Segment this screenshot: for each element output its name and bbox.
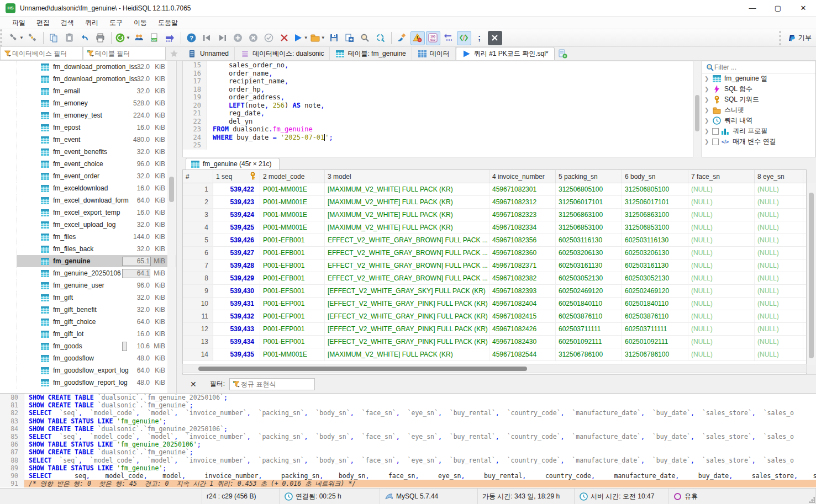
favorites-star-icon[interactable] bbox=[166, 47, 182, 60]
grid-row[interactable]: 13539,434P001-EFP001[EFFECT_V2_WHITE_GRA… bbox=[183, 336, 806, 348]
print-button[interactable] bbox=[93, 31, 108, 45]
grid-cell[interactable]: 602501840110 bbox=[556, 298, 622, 310]
grid-cell[interactable]: 602503116130 bbox=[556, 234, 622, 246]
tree-item-bar-chart[interactable]: ❯쿼리 프로필 bbox=[702, 126, 815, 136]
minimize-button[interactable]: — bbox=[740, 0, 765, 17]
semicolon-delimiter-button[interactable]: ; bbox=[472, 31, 487, 45]
grid-cell[interactable]: 312506853100 bbox=[556, 221, 622, 234]
grid-cell[interactable]: 602503161130 bbox=[556, 259, 622, 272]
result-filter-box[interactable] bbox=[229, 378, 315, 390]
grid-cell[interactable]: (NULL) bbox=[688, 234, 755, 246]
grid-cell[interactable]: [EFFECT_V2_WHITE_GRAY_PINK] FULL PACK (K… bbox=[325, 310, 489, 322]
editor-line[interactable]: 19 order_address, bbox=[183, 93, 693, 102]
grid-cell[interactable]: 459671082323 bbox=[489, 209, 556, 221]
grid-cell[interactable]: (NULL) bbox=[688, 323, 755, 335]
table-item[interactable]: fm_emoney528.0KiB bbox=[17, 97, 176, 109]
grid-row[interactable]: 2539,423P001-MM001E[MAXIMUM_V2_WHITE] FU… bbox=[183, 196, 806, 209]
grid-cell[interactable]: P001-MM001E bbox=[260, 183, 325, 195]
grid-cell[interactable]: 3 bbox=[183, 209, 213, 221]
grid-cell[interactable]: (NULL) bbox=[688, 272, 755, 284]
grid-cell[interactable]: 539,430 bbox=[213, 285, 260, 297]
grid-cell[interactable]: 602503711111 bbox=[556, 323, 622, 335]
grid-cell[interactable]: 9 bbox=[183, 285, 213, 297]
chevron-right-icon[interactable]: ❯ bbox=[704, 118, 712, 124]
close-button[interactable]: ✕ bbox=[791, 0, 816, 17]
grid-cell[interactable]: (NULL) bbox=[755, 348, 803, 360]
column-header[interactable]: 2 model_code bbox=[260, 170, 325, 183]
table-item[interactable]: fm_genuine_user96.0KiB bbox=[17, 279, 176, 291]
grid-cell[interactable]: [MAXIMUM_V2_WHITE] FULL PACK (KR) bbox=[325, 183, 489, 195]
grid-cell[interactable]: (NULL) bbox=[688, 183, 755, 195]
grid-cell[interactable]: 602503876110 bbox=[622, 310, 688, 322]
grid-cell[interactable]: 312506017101 bbox=[556, 196, 622, 208]
resize-grip[interactable] bbox=[808, 496, 815, 503]
grid-cell[interactable]: [EFFECT_V2_WHITE_GRAY_PINK] FULL PACK (K… bbox=[325, 336, 489, 348]
grid-vertical-scrollbar[interactable] bbox=[807, 183, 815, 365]
grid-cell[interactable]: 539,426 bbox=[213, 234, 260, 246]
query-params-button[interactable] bbox=[457, 31, 471, 45]
grid-cell[interactable]: 602502469120 bbox=[556, 285, 622, 297]
grid-cell[interactable]: (NULL) bbox=[755, 310, 803, 322]
table-item[interactable]: fm_gift_choice64.0KiB bbox=[17, 316, 176, 328]
chevron-right-icon[interactable]: ❯ bbox=[704, 107, 712, 113]
grid-cell[interactable]: 539,425 bbox=[213, 221, 260, 234]
tree-item-key[interactable]: ❯SQL 키워드 bbox=[702, 94, 815, 105]
grid-cell[interactable]: 539,427 bbox=[213, 247, 260, 259]
result-filter-input[interactable] bbox=[241, 380, 307, 388]
grid-cell[interactable]: [MAXIMUM_V2_WHITE] FULL PACK (KR) bbox=[325, 196, 489, 208]
table-item[interactable]: fm_files144.0KiB bbox=[17, 231, 176, 243]
grid-row[interactable]: 3539,424P001-MM001E[MAXIMUM_V2_WHITE] FU… bbox=[183, 209, 806, 221]
grid-cell[interactable]: 602501840110 bbox=[622, 298, 688, 310]
column-header[interactable]: # bbox=[183, 170, 213, 183]
editor-line[interactable]: 24WHERE buy_date = '2025-07-01'; bbox=[183, 134, 693, 142]
grid-cell[interactable]: P001-EFB001 bbox=[260, 234, 325, 246]
grid-cell[interactable]: 602503876110 bbox=[556, 310, 622, 322]
grid-cell[interactable]: (NULL) bbox=[755, 298, 803, 310]
result-grid[interactable]: #1 seq2 model_code3 model4 invoice_numbe… bbox=[182, 169, 807, 374]
tab-play[interactable]: 쿼리 #1 PK코드 확인.sql* bbox=[456, 47, 555, 60]
table-item[interactable]: fm_excel_export_temp16.0KiB bbox=[17, 206, 176, 219]
tree-item-clock[interactable]: ❯쿼리 내역 bbox=[702, 115, 815, 126]
add-record-button[interactable] bbox=[231, 31, 245, 45]
maximize-button[interactable]: ▢ bbox=[765, 0, 791, 17]
grid-cell[interactable]: P001-EFP001 bbox=[260, 336, 325, 348]
grid-cell[interactable]: 539,428 bbox=[213, 259, 260, 272]
grid-row[interactable]: 10539,431P001-EFP001[EFFECT_V2_WHITE_GRA… bbox=[183, 298, 806, 310]
table-item[interactable]: fm_event_benefits32.0KiB bbox=[17, 146, 176, 158]
table-item[interactable]: fm_gift_benefit32.0KiB bbox=[17, 304, 176, 316]
grid-cell[interactable]: 459671082393 bbox=[489, 285, 556, 297]
checkbox[interactable] bbox=[712, 139, 719, 145]
grid-cell[interactable]: 2 bbox=[183, 196, 213, 208]
editor-line[interactable]: 16 order_name, bbox=[183, 70, 693, 78]
grid-cell[interactable]: P001-MM001E bbox=[260, 209, 325, 221]
menu-도구[interactable]: 도구 bbox=[104, 17, 128, 29]
grid-cell[interactable]: (NULL) bbox=[688, 196, 755, 208]
refresh-button[interactable]: ▼ bbox=[115, 31, 131, 45]
grid-cell[interactable]: P001-EFS001 bbox=[260, 285, 325, 297]
grid-row[interactable]: 12539,433P001-EFP001[EFFECT_V2_WHITE_GRA… bbox=[183, 323, 806, 336]
grid-cell[interactable]: (NULL) bbox=[688, 209, 755, 221]
grid-cell[interactable]: 5 bbox=[183, 234, 213, 246]
grid-cell[interactable]: 459671082382 bbox=[489, 272, 556, 284]
tab-server[interactable]: Unnamed bbox=[182, 47, 235, 60]
reformat-sql-button[interactable] bbox=[441, 31, 456, 45]
grid-row[interactable]: 6539,427P001-EFB001EFFECT_V2_WHITE_GRAY_… bbox=[183, 247, 806, 259]
grid-cell[interactable]: 312506863100 bbox=[556, 209, 622, 221]
result-grid-tab[interactable]: fm_genuine (45r × 21c) bbox=[186, 158, 280, 169]
grid-cell[interactable]: (NULL) bbox=[755, 272, 803, 284]
disconnect-button[interactable] bbox=[25, 31, 40, 45]
grid-cell[interactable]: 11 bbox=[183, 310, 213, 322]
grid-cell[interactable]: 312506805100 bbox=[622, 183, 688, 195]
grid-cell[interactable]: (NULL) bbox=[688, 285, 755, 297]
grid-cell[interactable]: EFFECT_V2_WHITE_GRAY_BROWN] FULL PACK ..… bbox=[325, 272, 489, 284]
grid-row[interactable]: 4539,425P001-MM001E[MAXIMUM_V2_WHITE] FU… bbox=[183, 221, 806, 234]
table-item[interactable]: fm_epost16.0KiB bbox=[17, 121, 176, 134]
save-snippet-button[interactable] bbox=[343, 31, 357, 45]
grid-cell[interactable]: P001-EFP001 bbox=[260, 323, 325, 335]
grid-cell[interactable]: 312506017101 bbox=[622, 196, 688, 208]
grid-cell[interactable]: (NULL) bbox=[755, 234, 803, 246]
grid-cell[interactable]: 4 bbox=[183, 221, 213, 234]
chevron-right-icon[interactable]: ❯ bbox=[704, 86, 712, 92]
menu-검색[interactable]: 검색 bbox=[55, 17, 80, 29]
grid-cell[interactable]: (NULL) bbox=[755, 183, 803, 195]
